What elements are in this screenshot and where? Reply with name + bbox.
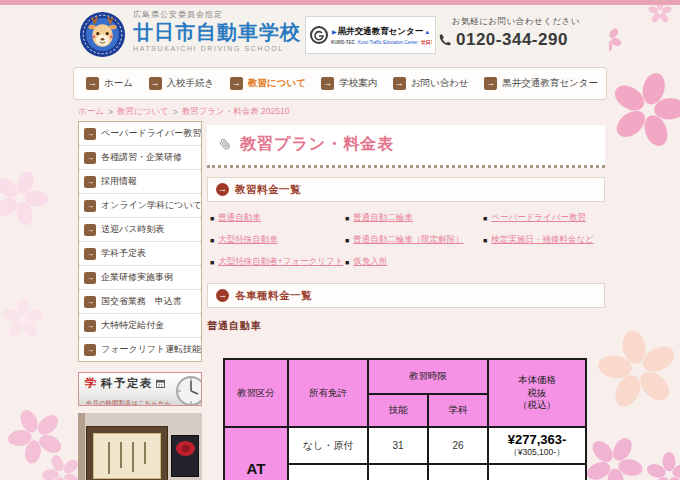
col-header-academic: 学科: [428, 394, 488, 427]
breadcrumb-current: 教習プラン・料金表 202510: [182, 106, 290, 118]
school-logo[interactable]: [79, 11, 126, 58]
circle-arrow-icon: →: [216, 183, 229, 196]
arrow-icon: →: [84, 224, 96, 236]
fee-links: ■普通自動車 ■普通自動二輪車 ■ペーパードライバー教習 ■大型特殊自動車 ■普…: [207, 212, 605, 268]
price-table: 教習区分 所有免許 教習時限 本体価格 税抜 （税込） 技能 学科 AT なし・…: [223, 358, 587, 480]
section-vehicle-fees: → 各車種料金一覧: [207, 283, 605, 308]
link-provisional[interactable]: ■仮免入所: [345, 256, 483, 268]
calendar-icon: [156, 379, 165, 388]
bullet-icon: ■: [345, 259, 349, 266]
phone-number: 0120-344-290: [456, 30, 568, 50]
schedule-banner-subtitle: 今月の時間割表はこちらから: [79, 399, 171, 406]
cell-academic-hours: 26: [428, 427, 488, 464]
cell-license: 自動二輪: [288, 464, 368, 480]
sidebar-menu: →ペーパードライバー教習 →各種講習・企業研修 →採用情報 →オンライン学科につ…: [78, 121, 202, 362]
kurotec-logo-icon: [309, 25, 329, 45]
arrow-icon: →: [84, 248, 96, 260]
cell-license: なし・原付: [288, 427, 368, 464]
section-training-fees: → 教習料金一覧: [207, 177, 605, 202]
arrow-icon: →: [84, 344, 96, 356]
sidebar-item-recruit[interactable]: →採用情報: [79, 170, 201, 194]
school-logo-icon: [79, 11, 126, 58]
bullet-icon: ■: [345, 215, 349, 222]
sidebar-item-courses[interactable]: →各種講習・企業研修: [79, 146, 201, 170]
paperclip-icon: [214, 134, 235, 155]
nav-item-home[interactable]: →ホーム: [86, 77, 133, 90]
cell-academic-hours: [428, 464, 488, 480]
link-large-special-forklift[interactable]: ■大型特殊自動者+フォークリフト: [210, 256, 345, 268]
sakura-flower: [2, 298, 44, 340]
nav-item-enrollment[interactable]: →入校手続き: [149, 77, 215, 90]
arrow-icon: →: [86, 77, 99, 90]
triangle-up-icon: ▲: [424, 29, 430, 35]
circle-arrow-icon: →: [216, 289, 229, 302]
breadcrumb-home[interactable]: ホーム: [78, 106, 104, 118]
link-large-special[interactable]: ■大型特殊自動車: [210, 234, 345, 246]
arrow-icon: →: [149, 77, 162, 90]
site-header: 広島県公安委員会指定 廿日市自動車学校 HATSUKAICHI DRIVING …: [71, 5, 609, 65]
cell-skill-hours: 31: [368, 427, 428, 464]
arrow-icon: →: [84, 272, 96, 284]
arrow-icon: →: [393, 77, 406, 90]
sidebar-item-case-studies[interactable]: →企業研修実施事例: [79, 266, 201, 290]
breadcrumb: ホーム > 教習について > 教習プラン・料金表 202510: [78, 106, 289, 118]
bullet-icon: ■: [210, 215, 214, 222]
sidebar-item-forklift[interactable]: →フォークリフト運転技能講習: [79, 338, 201, 361]
kurotec-banner[interactable]: ▶黒井交通教育センター▲ KURO-TEC Kuroi Traffic Educ…: [305, 16, 436, 54]
breadcrumb-separator: >: [173, 107, 178, 117]
link-motorcycle[interactable]: ■普通自動二輪車: [345, 212, 483, 224]
arrow-icon: →: [84, 128, 96, 140]
kurotec-abbr: KURO-TEC: [331, 40, 355, 45]
certificate-photo: [78, 413, 202, 480]
link-motorcycle-unlimited[interactable]: ■普通自動二輪車（限定解除）: [345, 234, 483, 246]
arrow-icon: →: [84, 320, 96, 332]
schedule-banner[interactable]: 学科予定表 今月の時間割表はこちらから: [78, 372, 202, 406]
nav-item-contact[interactable]: →お問い合わせ: [393, 77, 469, 90]
page-title: 教習プラン・料金表: [240, 134, 394, 155]
col-header-category: 教習区分: [224, 359, 288, 427]
page-title-box: 教習プラン・料金表: [207, 125, 605, 168]
arrow-icon: →: [84, 152, 96, 164]
school-name-en: HATSUKAICHI DRIVING SCHOOL: [133, 45, 301, 52]
table-row: AT なし・原付 31 26 ¥277,363- （¥305,100-）: [224, 427, 586, 464]
contact-block: お気軽にお問い合わせください 0120-344-290: [438, 16, 603, 50]
schedule-banner-title: 学科予定表: [79, 373, 201, 391]
bullet-icon: ■: [483, 215, 487, 222]
kurotec-title: ▶黒井交通教育センター▲: [331, 26, 432, 38]
sidebar-item-online[interactable]: →オンライン学科について: [79, 194, 201, 218]
arrow-icon: →: [84, 176, 96, 188]
school-name[interactable]: 廿日市自動車学校: [133, 20, 301, 45]
sidebar-item-paper-driver[interactable]: →ペーパードライバー教習: [79, 122, 201, 146]
bullet-icon: ■: [483, 237, 487, 244]
bullet-icon: ■: [210, 259, 214, 266]
arrow-icon: →: [230, 77, 243, 90]
kurotec-school: 廿日市校: [421, 39, 432, 45]
bullet-icon: ■: [210, 237, 214, 244]
nav-item-training[interactable]: →教習について: [230, 77, 306, 90]
sidebar-item-schedule[interactable]: →学科予定表: [79, 242, 201, 266]
cell-category-at: AT: [224, 427, 288, 480]
arrow-icon: →: [484, 77, 497, 90]
sidebar-item-mlit-form[interactable]: →国交省業務 申込書: [79, 290, 201, 314]
breadcrumb-training[interactable]: 教習について: [117, 106, 169, 118]
nav-item-kurotec[interactable]: →黒井交通教育センター: [484, 77, 598, 90]
phone-icon: [438, 33, 452, 47]
link-regular-car[interactable]: ■普通自動車: [210, 212, 345, 224]
global-nav: →ホーム →入校手続き →教習について →学校案内 →お問い合わせ →黒井交通教…: [73, 67, 607, 100]
link-paper-driver[interactable]: ■ペーパードライバー教習: [483, 212, 605, 224]
link-exam-days[interactable]: ■検定実施日・補修料金など: [483, 234, 605, 246]
cell-skill-hours: [368, 464, 428, 480]
sidebar-item-bus[interactable]: →送迎バス時刻表: [79, 218, 201, 242]
phone-link[interactable]: 0120-344-290: [438, 30, 603, 50]
cell-price: ¥227,363-: [488, 464, 586, 480]
sakura-flower: [646, 452, 680, 480]
nav-item-school-guide[interactable]: →学校案内: [321, 77, 377, 90]
main-content: 教習プラン・料金表 → 教習料金一覧 ■普通自動車 ■普通自動二輪車 ■ペーパー…: [207, 121, 605, 480]
bullet-icon: ■: [345, 237, 349, 244]
sidebar-item-subsidy[interactable]: →大特特定給付金: [79, 314, 201, 338]
cell-price: ¥277,363- （¥305,100-）: [488, 427, 586, 464]
col-header-skill: 技能: [368, 394, 428, 427]
designation-text: 広島県公安委員会指定: [133, 9, 301, 20]
kurotec-en: Kuroi Traffic Education Center: [358, 40, 418, 45]
arrow-icon: →: [321, 77, 334, 90]
